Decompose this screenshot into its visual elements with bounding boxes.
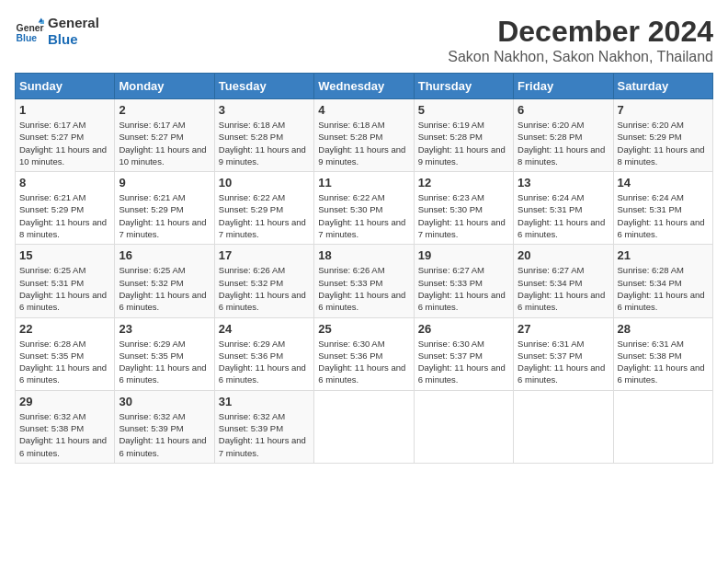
logo: General Blue General Blue — [15, 15, 99, 48]
day-cell — [414, 390, 513, 463]
day-cell: 1 Sunrise: 6:17 AMSunset: 5:27 PMDayligh… — [16, 99, 115, 172]
day-cell: 12 Sunrise: 6:23 AMSunset: 5:30 PMDaylig… — [414, 172, 513, 245]
svg-text:General: General — [17, 23, 44, 33]
col-header-tuesday: Tuesday — [214, 74, 313, 99]
day-info: Sunrise: 6:21 AMSunset: 5:29 PMDaylight:… — [19, 191, 110, 240]
col-header-wednesday: Wednesday — [314, 74, 414, 99]
day-info: Sunrise: 6:31 AMSunset: 5:38 PMDaylight:… — [618, 338, 709, 386]
day-cell: 13 Sunrise: 6:24 AMSunset: 5:31 PMDaylig… — [514, 172, 613, 245]
day-number: 31 — [219, 395, 310, 408]
day-number: 7 — [618, 103, 709, 117]
day-number: 13 — [518, 176, 609, 190]
day-cell: 25 Sunrise: 6:30 AMSunset: 5:36 PMDaylig… — [314, 317, 414, 390]
day-info: Sunrise: 6:29 AMSunset: 5:35 PMDaylight:… — [119, 338, 210, 386]
day-cell: 27 Sunrise: 6:31 AMSunset: 5:37 PMDaylig… — [514, 317, 613, 390]
day-cell: 14 Sunrise: 6:24 AMSunset: 5:31 PMDaylig… — [613, 172, 712, 245]
day-cell — [514, 390, 613, 463]
logo-general: General — [48, 15, 99, 31]
day-info: Sunrise: 6:24 AMSunset: 5:31 PMDaylight:… — [618, 191, 709, 240]
day-info: Sunrise: 6:28 AMSunset: 5:34 PMDaylight:… — [618, 264, 709, 313]
day-number: 28 — [618, 322, 709, 336]
day-cell: 3 Sunrise: 6:18 AMSunset: 5:28 PMDayligh… — [214, 99, 313, 172]
day-cell: 7 Sunrise: 6:20 AMSunset: 5:29 PMDayligh… — [613, 99, 712, 172]
day-number: 23 — [119, 322, 210, 336]
col-header-sunday: Sunday — [16, 74, 115, 99]
day-cell: 28 Sunrise: 6:31 AMSunset: 5:38 PMDaylig… — [613, 317, 712, 390]
day-number: 2 — [119, 103, 210, 117]
day-cell — [613, 390, 712, 463]
day-number: 16 — [119, 248, 210, 262]
day-number: 1 — [19, 103, 110, 117]
day-cell: 2 Sunrise: 6:17 AMSunset: 5:27 PMDayligh… — [115, 99, 214, 172]
day-number: 22 — [19, 322, 110, 336]
day-number: 30 — [119, 395, 210, 408]
day-cell: 18 Sunrise: 6:26 AMSunset: 5:33 PMDaylig… — [314, 245, 414, 317]
main-title: December 2024 — [448, 15, 713, 49]
day-number: 14 — [618, 176, 709, 190]
day-number: 27 — [518, 322, 609, 336]
week-row-5: 29 Sunrise: 6:32 AMSunset: 5:38 PMDaylig… — [16, 390, 713, 463]
day-info: Sunrise: 6:19 AMSunset: 5:28 PMDaylight:… — [418, 119, 509, 167]
day-cell: 20 Sunrise: 6:27 AMSunset: 5:34 PMDaylig… — [514, 245, 613, 317]
day-info: Sunrise: 6:29 AMSunset: 5:36 PMDaylight:… — [219, 338, 310, 386]
day-number: 19 — [418, 248, 509, 262]
day-number: 26 — [418, 322, 509, 336]
day-info: Sunrise: 6:20 AMSunset: 5:29 PMDaylight:… — [618, 119, 709, 167]
col-header-friday: Friday — [514, 74, 613, 99]
day-info: Sunrise: 6:23 AMSunset: 5:30 PMDaylight:… — [418, 191, 509, 240]
day-info: Sunrise: 6:17 AMSunset: 5:27 PMDaylight:… — [19, 119, 110, 167]
day-cell: 6 Sunrise: 6:20 AMSunset: 5:28 PMDayligh… — [514, 99, 613, 172]
day-info: Sunrise: 6:31 AMSunset: 5:37 PMDaylight:… — [518, 338, 609, 386]
day-info: Sunrise: 6:32 AMSunset: 5:39 PMDaylight:… — [219, 410, 310, 459]
day-number: 10 — [219, 176, 310, 190]
day-info: Sunrise: 6:32 AMSunset: 5:38 PMDaylight:… — [19, 410, 110, 459]
calendar-table: SundayMondayTuesdayWednesdayThursdayFrid… — [15, 73, 713, 464]
day-info: Sunrise: 6:24 AMSunset: 5:31 PMDaylight:… — [518, 191, 609, 240]
day-cell: 23 Sunrise: 6:29 AMSunset: 5:35 PMDaylig… — [115, 317, 214, 390]
day-cell: 24 Sunrise: 6:29 AMSunset: 5:36 PMDaylig… — [214, 317, 313, 390]
day-number: 4 — [318, 103, 409, 117]
day-info: Sunrise: 6:30 AMSunset: 5:37 PMDaylight:… — [418, 338, 509, 386]
day-cell: 5 Sunrise: 6:19 AMSunset: 5:28 PMDayligh… — [414, 99, 513, 172]
day-number: 9 — [119, 176, 210, 190]
day-number: 3 — [219, 103, 310, 117]
day-cell: 17 Sunrise: 6:26 AMSunset: 5:32 PMDaylig… — [214, 245, 313, 317]
day-number: 8 — [19, 176, 110, 190]
day-info: Sunrise: 6:27 AMSunset: 5:34 PMDaylight:… — [518, 264, 609, 313]
col-header-saturday: Saturday — [613, 74, 712, 99]
day-number: 29 — [19, 395, 110, 408]
day-cell: 30 Sunrise: 6:32 AMSunset: 5:39 PMDaylig… — [115, 390, 214, 463]
title-block: December 2024 Sakon Nakhon, Sakon Nakhon… — [448, 15, 713, 65]
day-cell: 16 Sunrise: 6:25 AMSunset: 5:32 PMDaylig… — [115, 245, 214, 317]
day-cell: 19 Sunrise: 6:27 AMSunset: 5:33 PMDaylig… — [414, 245, 513, 317]
week-row-1: 1 Sunrise: 6:17 AMSunset: 5:27 PMDayligh… — [16, 99, 713, 172]
day-info: Sunrise: 6:22 AMSunset: 5:30 PMDaylight:… — [318, 191, 409, 240]
day-info: Sunrise: 6:26 AMSunset: 5:33 PMDaylight:… — [318, 264, 409, 313]
day-info: Sunrise: 6:17 AMSunset: 5:27 PMDaylight:… — [119, 119, 210, 167]
header-row: SundayMondayTuesdayWednesdayThursdayFrid… — [16, 74, 713, 99]
day-number: 18 — [318, 248, 409, 262]
day-cell — [314, 390, 414, 463]
day-number: 12 — [418, 176, 509, 190]
week-row-4: 22 Sunrise: 6:28 AMSunset: 5:35 PMDaylig… — [16, 317, 713, 390]
day-cell: 21 Sunrise: 6:28 AMSunset: 5:34 PMDaylig… — [613, 245, 712, 317]
day-cell: 4 Sunrise: 6:18 AMSunset: 5:28 PMDayligh… — [314, 99, 414, 172]
day-info: Sunrise: 6:18 AMSunset: 5:28 PMDaylight:… — [318, 119, 409, 167]
logo-icon: General Blue — [15, 17, 44, 46]
day-cell: 10 Sunrise: 6:22 AMSunset: 5:29 PMDaylig… — [214, 172, 313, 245]
col-header-thursday: Thursday — [414, 74, 513, 99]
day-number: 11 — [318, 176, 409, 190]
day-cell: 15 Sunrise: 6:25 AMSunset: 5:31 PMDaylig… — [16, 245, 115, 317]
day-number: 17 — [219, 248, 310, 262]
day-info: Sunrise: 6:20 AMSunset: 5:28 PMDaylight:… — [518, 119, 609, 167]
week-row-2: 8 Sunrise: 6:21 AMSunset: 5:29 PMDayligh… — [16, 172, 713, 245]
day-cell: 9 Sunrise: 6:21 AMSunset: 5:29 PMDayligh… — [115, 172, 214, 245]
day-number: 25 — [318, 322, 409, 336]
day-cell: 8 Sunrise: 6:21 AMSunset: 5:29 PMDayligh… — [16, 172, 115, 245]
day-info: Sunrise: 6:25 AMSunset: 5:32 PMDaylight:… — [119, 264, 210, 313]
day-info: Sunrise: 6:32 AMSunset: 5:39 PMDaylight:… — [119, 410, 210, 459]
day-number: 24 — [219, 322, 310, 336]
day-number: 6 — [518, 103, 609, 117]
day-cell: 22 Sunrise: 6:28 AMSunset: 5:35 PMDaylig… — [16, 317, 115, 390]
day-cell: 26 Sunrise: 6:30 AMSunset: 5:37 PMDaylig… — [414, 317, 513, 390]
